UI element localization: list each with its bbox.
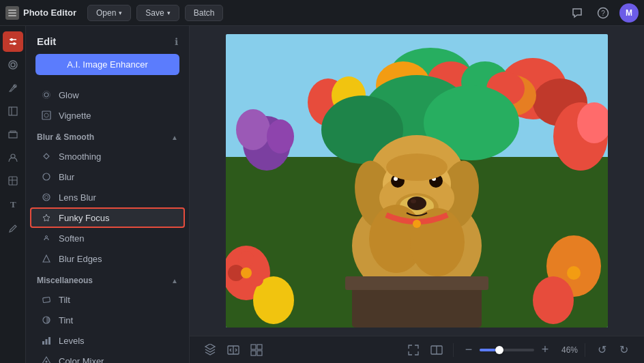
tint-label: Tint bbox=[59, 315, 73, 325]
zoom-in-button[interactable]: + bbox=[537, 342, 553, 358]
zoom-out-button[interactable]: − bbox=[460, 342, 477, 358]
svg-point-69 bbox=[386, 154, 448, 181]
undo-redo-controls: ↺ ↻ bbox=[592, 340, 633, 360]
blur-label: Blur bbox=[59, 172, 74, 182]
blur-edges-item[interactable]: Blur Edges bbox=[30, 248, 185, 269]
zoom-slider[interactable] bbox=[480, 349, 534, 351]
vignette-label: Vignette bbox=[59, 111, 91, 121]
smoothing-icon bbox=[41, 151, 52, 162]
topbar-icons: ? M bbox=[568, 3, 639, 23]
sidebar-item-retouch[interactable] bbox=[3, 78, 23, 98]
svg-text:T: T bbox=[10, 199, 16, 209]
tilt-item[interactable]: Tilt bbox=[30, 289, 185, 310]
lens-blur-icon bbox=[41, 192, 52, 203]
info-icon[interactable]: ℹ bbox=[175, 36, 178, 47]
bottom-toolbar: − + 46% ↺ ↻ bbox=[190, 336, 644, 363]
open-button[interactable]: Open ▾ bbox=[87, 5, 131, 21]
color-mixer-item[interactable]: Color Mixer bbox=[30, 351, 185, 363]
svg-point-24 bbox=[43, 194, 50, 201]
svg-point-10 bbox=[9, 61, 17, 69]
svg-point-8 bbox=[13, 42, 16, 45]
sidebar-item-portrait[interactable] bbox=[3, 147, 23, 168]
user-avatar[interactable]: M bbox=[619, 3, 639, 23]
svg-point-26 bbox=[46, 236, 48, 238]
svg-point-34 bbox=[46, 361, 48, 363]
batch-button[interactable]: Batch bbox=[185, 5, 224, 21]
svg-point-19 bbox=[44, 93, 48, 97]
levels-item[interactable]: Levels bbox=[30, 330, 185, 351]
smoothing-label: Smoothing bbox=[59, 151, 101, 162]
layers-bottom-icon[interactable] bbox=[201, 340, 220, 360]
icon-sidebar: T bbox=[0, 26, 26, 363]
redo-button[interactable]: ↻ bbox=[614, 340, 633, 360]
expand-icon[interactable] bbox=[404, 340, 423, 360]
funky-focus-label: Funky Focus bbox=[59, 213, 109, 223]
ai-enhancer-button[interactable]: A.I. Image Enhancer bbox=[35, 54, 179, 75]
glow-label: Glow bbox=[59, 90, 79, 100]
lens-blur-item[interactable]: Lens Blur bbox=[30, 187, 185, 207]
blur-edges-icon bbox=[41, 253, 52, 264]
compare-split-icon[interactable] bbox=[427, 340, 446, 360]
miscellaneous-title: Miscellaneous bbox=[37, 276, 93, 285]
svg-point-63 bbox=[407, 197, 426, 210]
svg-point-84 bbox=[238, 251, 254, 267]
svg-point-86 bbox=[250, 273, 263, 287]
sidebar-item-transform[interactable] bbox=[3, 101, 23, 121]
svg-point-9 bbox=[11, 63, 15, 67]
svg-point-25 bbox=[45, 196, 48, 199]
soften-label: Soften bbox=[59, 233, 85, 244]
svg-rect-15 bbox=[10, 131, 16, 132]
main-layout: T Edit ℹ A.I. Image Enhancer Glow bbox=[0, 26, 644, 363]
svg-marker-27 bbox=[43, 255, 50, 262]
smoothing-item[interactable]: Smoothing bbox=[30, 146, 185, 166]
canvas-image[interactable] bbox=[226, 34, 608, 328]
vignette-item[interactable]: Vignette bbox=[30, 105, 185, 126]
save-button[interactable]: Save ▾ bbox=[136, 5, 179, 21]
svg-rect-28 bbox=[43, 297, 50, 302]
soften-item[interactable]: Soften bbox=[30, 228, 185, 248]
undo-button[interactable]: ↺ bbox=[592, 340, 611, 360]
svg-point-87 bbox=[241, 267, 252, 278]
svg-rect-97 bbox=[257, 351, 262, 355]
app-logo: Photo Editor bbox=[5, 6, 76, 20]
chat-icon-btn[interactable] bbox=[568, 3, 587, 23]
zoom-percent: 46% bbox=[556, 345, 578, 355]
panel-title: Edit bbox=[37, 35, 56, 47]
miscellaneous-section-header[interactable]: Miscellaneous ▲ bbox=[26, 269, 189, 289]
blur-icon bbox=[41, 171, 52, 182]
help-icon-btn[interactable]: ? bbox=[594, 3, 613, 23]
funky-focus-icon bbox=[41, 212, 52, 223]
sidebar-item-overlays[interactable] bbox=[3, 171, 23, 191]
grid-icon[interactable] bbox=[247, 340, 266, 360]
svg-rect-21 bbox=[42, 111, 50, 119]
svg-point-38 bbox=[236, 109, 270, 150]
canvas-area: − + 46% ↺ ↻ bbox=[190, 26, 644, 363]
sidebar-item-layers[interactable] bbox=[3, 124, 23, 145]
svg-rect-96 bbox=[251, 351, 256, 355]
logo-icon bbox=[5, 6, 19, 20]
svg-rect-90 bbox=[345, 276, 488, 290]
sidebar-item-view[interactable] bbox=[3, 55, 23, 75]
blur-item[interactable]: Blur bbox=[30, 166, 185, 187]
miscellaneous-chevron: ▲ bbox=[171, 277, 178, 285]
app-title: Photo Editor bbox=[23, 8, 76, 18]
svg-text:?: ? bbox=[601, 10, 605, 17]
glow-item[interactable]: Glow bbox=[30, 85, 185, 105]
blur-smooth-section-header[interactable]: Blur & Smooth ▲ bbox=[26, 126, 189, 146]
svg-point-39 bbox=[267, 119, 294, 154]
sidebar-item-text[interactable]: T bbox=[3, 194, 23, 214]
tint-item[interactable]: Tint bbox=[30, 310, 185, 330]
svg-point-6 bbox=[10, 38, 13, 41]
tilt-label: Tilt bbox=[59, 295, 70, 305]
sidebar-item-edit[interactable] bbox=[3, 31, 23, 52]
blur-smooth-title: Blur & Smooth bbox=[37, 132, 94, 142]
vignette-icon bbox=[41, 110, 52, 121]
canvas-content bbox=[190, 26, 644, 336]
funky-focus-item[interactable]: Funky Focus bbox=[30, 207, 185, 228]
svg-rect-0 bbox=[8, 10, 16, 11]
svg-rect-1 bbox=[8, 12, 16, 14]
sidebar-item-draw[interactable] bbox=[3, 217, 23, 237]
svg-point-88 bbox=[567, 266, 581, 280]
compare-icon[interactable] bbox=[224, 340, 243, 360]
svg-rect-31 bbox=[46, 339, 48, 345]
